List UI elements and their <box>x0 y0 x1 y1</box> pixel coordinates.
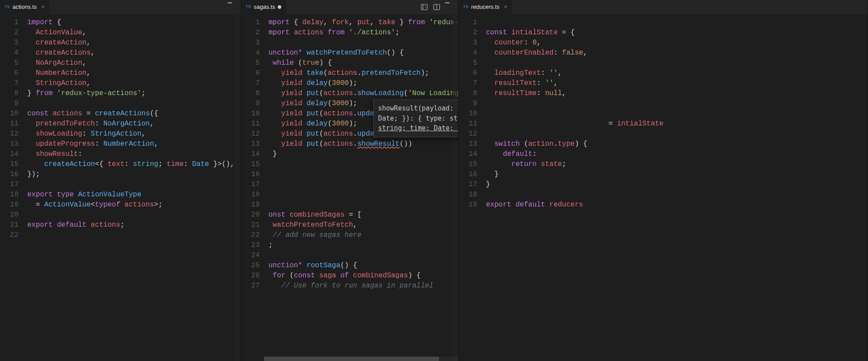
code-line[interactable]: unction* rootSaga() { <box>268 261 458 271</box>
code-line[interactable]: showLoading: StringAction, <box>27 129 241 139</box>
code-line[interactable]: yield delay(3000); <box>268 78 458 88</box>
line-number: 12 <box>241 129 260 139</box>
code-line[interactable] <box>268 200 458 210</box>
code-line[interactable]: default: <box>486 149 868 159</box>
code-line[interactable] <box>486 58 868 68</box>
line-number: 10 <box>459 109 477 119</box>
line-number: 15 <box>459 159 477 169</box>
tab-bar: TS sagas.ts ⋯ <box>241 0 458 14</box>
code-line[interactable] <box>486 99 868 109</box>
code-line[interactable]: yield take(actions.pretendToFetch); <box>268 68 458 78</box>
code-line[interactable] <box>268 159 458 169</box>
code-line[interactable] <box>27 99 241 109</box>
code-line[interactable]: NoArgAction, <box>27 58 241 68</box>
code-line[interactable] <box>268 190 458 200</box>
code-line[interactable]: // add new sagas here <box>268 230 458 240</box>
close-icon[interactable]: × <box>41 3 44 11</box>
more-icon[interactable]: ⋯ <box>445 3 453 11</box>
code-line[interactable]: export type ActionValueType <box>27 190 241 200</box>
code-line[interactable]: const actions = createActions({ <box>27 109 241 119</box>
code-line[interactable] <box>486 18 868 28</box>
code-line[interactable]: createAction<{ text: string; time: Date … <box>27 159 241 169</box>
code-line[interactable]: = ActionValue<typeof actions>; <box>27 200 241 210</box>
line-number: 8 <box>241 88 260 99</box>
code-line[interactable]: export default reducers <box>486 200 868 210</box>
code-line[interactable]: while (true) { <box>268 58 458 68</box>
code-line[interactable]: mport actions from './actions'; <box>268 28 458 38</box>
line-number: 9 <box>0 99 18 109</box>
code-line[interactable] <box>486 109 868 119</box>
code-line[interactable]: const intialState = { <box>486 28 868 38</box>
minimap[interactable] <box>452 14 458 361</box>
code-line[interactable]: StringAction, <box>27 78 241 88</box>
code-line[interactable] <box>268 250 458 261</box>
line-number: 24 <box>241 250 260 261</box>
code-line[interactable]: switch (action.type) { <box>486 139 868 149</box>
code-line[interactable]: showResult: <box>27 149 241 159</box>
editor-pane-left: TS actions.ts × ⋯ 1234567891011121314151… <box>0 0 241 361</box>
code-line[interactable]: resultTime: null, <box>486 88 868 99</box>
code-line[interactable] <box>268 180 458 190</box>
line-number: 6 <box>0 68 18 78</box>
code-line[interactable]: unction* watchPretendToFetch() { <box>268 48 458 58</box>
split-editor-icon[interactable] <box>433 3 441 11</box>
code-line[interactable]: counter: 0, <box>486 38 868 48</box>
code-line[interactable]: import { <box>27 18 241 28</box>
code-line[interactable]: NumberAction, <box>27 68 241 78</box>
line-number: 19 <box>459 200 477 210</box>
code-area[interactable]: mport { delay, fork, put, take } from 'r… <box>264 14 458 361</box>
modified-indicator[interactable] <box>278 3 281 11</box>
code-line[interactable]: createAction, <box>27 38 241 48</box>
line-number: 3 <box>459 38 477 48</box>
split-changes-icon[interactable] <box>420 3 428 11</box>
code-line[interactable]: } <box>486 169 868 180</box>
more-icon[interactable]: ⋯ <box>228 3 235 11</box>
tab-label: sagas.ts <box>254 3 275 11</box>
code-line[interactable]: } <box>486 180 868 190</box>
code-area[interactable]: import { ActionValue, createAction, crea… <box>23 14 241 361</box>
code-line[interactable] <box>268 169 458 180</box>
code-line[interactable]: yield put(actions.showLoading('Now Loadi… <box>268 88 458 99</box>
code-line[interactable]: yield put(actions.showResult()) <box>268 139 458 149</box>
tab-reducers-ts[interactable]: TS reducers.ts × <box>459 0 512 14</box>
code-line[interactable]: ActionValue, <box>27 28 241 38</box>
minimap[interactable] <box>235 14 241 361</box>
code-line[interactable]: updateProgress: NumberAction, <box>27 139 241 149</box>
code-line[interactable]: counterEnabled: false, <box>486 48 868 58</box>
code-line[interactable]: // Use fork to run sagas in parallel <box>268 281 458 291</box>
code-area[interactable]: const intialState = { counter: 0, counte… <box>482 14 868 361</box>
code-line[interactable] <box>27 180 241 190</box>
code-line[interactable]: createActions, <box>27 48 241 58</box>
code-line[interactable] <box>27 210 241 220</box>
code-line[interactable]: mport { delay, fork, put, take } from 'r… <box>268 18 458 28</box>
tab-actions-ts[interactable]: TS actions.ts × <box>0 0 49 14</box>
line-number: 7 <box>241 78 260 88</box>
code-line[interactable]: } <box>268 149 458 159</box>
line-number: 12 <box>459 129 477 139</box>
code-editor[interactable]: 12345678910111213141516171819 const inti… <box>459 14 868 361</box>
line-number: 18 <box>459 190 477 200</box>
code-line[interactable]: return state; <box>486 159 868 169</box>
code-line[interactable] <box>486 129 868 139</box>
tab-label: reducers.ts <box>471 3 500 11</box>
code-line[interactable]: pretendToFetch: NoArgAction, <box>27 119 241 129</box>
svg-rect-0 <box>421 4 427 10</box>
code-line[interactable] <box>486 190 868 200</box>
tab-sagas-ts[interactable]: TS sagas.ts <box>241 0 286 14</box>
horizontal-scrollbar[interactable] <box>264 357 458 361</box>
code-line[interactable]: = intialState <box>486 119 868 129</box>
close-icon[interactable]: × <box>504 3 508 11</box>
code-editor[interactable]: 12345678910111213141516171819202122 impo… <box>0 14 241 361</box>
code-line[interactable]: export default actions; <box>27 220 241 230</box>
code-line[interactable]: }); <box>27 169 241 180</box>
code-line[interactable] <box>268 38 458 48</box>
code-editor[interactable]: 1234567891011121314151617181920212223242… <box>241 14 458 361</box>
code-line[interactable]: watchPretendToFetch, <box>268 220 458 230</box>
code-line[interactable]: onst combinedSagas = [ <box>268 210 458 220</box>
code-line[interactable]: ; <box>268 240 458 250</box>
code-line[interactable]: resultText: '', <box>486 78 868 88</box>
code-line[interactable] <box>27 230 241 240</box>
code-line[interactable]: } from 'redux-type-actions'; <box>27 88 241 99</box>
code-line[interactable]: for (const saga of combinedSagas) { <box>268 271 458 281</box>
code-line[interactable]: loadingText: '', <box>486 68 868 78</box>
